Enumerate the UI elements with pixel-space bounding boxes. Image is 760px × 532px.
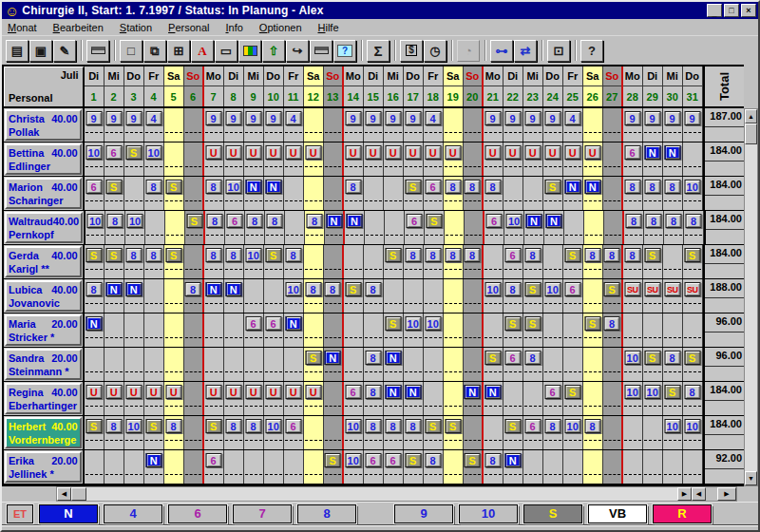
schedule-cell[interactable]: 8	[644, 211, 664, 244]
shift-box[interactable]: 6	[285, 419, 301, 433]
shift-box[interactable]: 8	[165, 419, 181, 433]
shift-box[interactable]: 4	[564, 111, 580, 125]
schedule-cell[interactable]	[583, 382, 603, 415]
shift-box[interactable]: 8	[445, 248, 461, 262]
schedule-cell[interactable]: U	[543, 142, 563, 176]
schedule-cell[interactable]	[583, 108, 603, 142]
shift-box[interactable]: U	[245, 145, 261, 160]
shift-box[interactable]: 6	[624, 145, 640, 160]
schedule-cell[interactable]	[663, 245, 683, 278]
shift-box[interactable]: S	[684, 248, 700, 262]
shift-box[interactable]: N	[205, 282, 221, 296]
new-plan-button[interactable]: □	[120, 40, 142, 62]
schedule-cell[interactable]: 10	[144, 142, 164, 176]
schedule-cell[interactable]: 9	[344, 108, 364, 142]
shift-box[interactable]: U	[265, 385, 281, 399]
shift-box[interactable]: 10	[125, 419, 142, 433]
schedule-cell[interactable]	[164, 279, 184, 313]
schedule-cell[interactable]: U	[344, 142, 364, 176]
schedule-cell[interactable]	[144, 314, 164, 347]
shift-box[interactable]: 8	[524, 248, 541, 262]
schedule-cell[interactable]: U	[144, 382, 164, 415]
shift-box[interactable]: 8	[664, 351, 680, 365]
schedule-cell[interactable]: N	[563, 177, 583, 210]
shift-box[interactable]: N	[584, 180, 600, 194]
shift-box[interactable]: 8	[365, 385, 381, 399]
schedule-cell[interactable]: U	[384, 142, 404, 176]
schedule-cell[interactable]: S	[504, 314, 523, 347]
schedule-cell[interactable]	[385, 211, 405, 244]
schedule-cell[interactable]: 10	[543, 279, 563, 313]
schedule-cell[interactable]	[583, 348, 603, 381]
schedule-cell[interactable]: 9	[204, 108, 224, 142]
schedule-cell[interactable]	[643, 314, 663, 347]
schedule-cell[interactable]	[484, 416, 504, 449]
schedule-cell[interactable]: S	[104, 245, 124, 278]
schedule-cell[interactable]: 4	[563, 108, 583, 142]
schedule-cell[interactable]: 10	[86, 211, 105, 244]
shift-box[interactable]: N	[504, 453, 521, 467]
schedule-cell[interactable]: U	[224, 142, 244, 176]
schedule-cell[interactable]: 9	[244, 108, 264, 142]
schedule-cell[interactable]: S	[404, 177, 424, 210]
shift-box[interactable]: S	[305, 351, 321, 365]
schedule-cell[interactable]: 8	[683, 382, 703, 415]
shift-box[interactable]: 6	[265, 316, 281, 331]
shift-box[interactable]: 10	[684, 419, 700, 433]
shift-box[interactable]: 6	[205, 453, 221, 467]
shift-box[interactable]: U	[305, 145, 321, 160]
schedule-cell[interactable]	[144, 348, 164, 381]
legend-item-4[interactable]: 4	[104, 504, 162, 523]
shift-box[interactable]: 6	[486, 214, 503, 228]
schedule-cell[interactable]	[444, 279, 464, 313]
shift-box[interactable]: 8	[484, 180, 501, 194]
letter-a-button[interactable]: A	[191, 40, 214, 62]
shift-box[interactable]: 8	[624, 248, 640, 262]
shift-box[interactable]: S	[86, 419, 102, 433]
schedule-cell[interactable]	[144, 279, 164, 313]
schedule-cell[interactable]: S	[523, 279, 543, 313]
shift-box[interactable]: 8	[604, 316, 620, 331]
schedule-cell[interactable]	[304, 177, 324, 210]
schedule-cell[interactable]: N	[104, 279, 124, 313]
schedule-cell[interactable]: S	[85, 245, 104, 278]
schedule-cell[interactable]: U	[504, 142, 523, 176]
shift-box[interactable]: 8	[584, 248, 600, 262]
schedule-cell[interactable]	[165, 211, 185, 244]
shift-box[interactable]: 9	[245, 111, 261, 125]
schedule-cell[interactable]: U	[583, 142, 603, 176]
scroll-left-button[interactable]: ◀	[57, 487, 71, 501]
schedule-cell[interactable]: 8	[404, 245, 424, 278]
shift-box[interactable]: S	[186, 214, 202, 228]
schedule-cell[interactable]	[104, 314, 124, 347]
shift-box[interactable]: N	[347, 214, 363, 228]
shift-box[interactable]: SU	[624, 282, 640, 296]
schedule-cell[interactable]	[603, 382, 623, 415]
vscroll-thumb[interactable]	[745, 124, 757, 144]
shift-box[interactable]: S	[504, 419, 521, 433]
schedule-cell[interactable]: S	[683, 245, 703, 278]
shift-box[interactable]: N	[564, 180, 580, 194]
shift-box[interactable]: 6	[544, 385, 560, 399]
schedule-cell[interactable]	[244, 348, 264, 381]
shift-box[interactable]: 8	[686, 214, 702, 228]
stopwatch-button[interactable]: ◔	[457, 40, 480, 62]
schedule-cell[interactable]: N	[384, 382, 404, 415]
schedule-cell[interactable]	[643, 416, 663, 449]
shift-box[interactable]: 9	[484, 111, 501, 125]
shift-box[interactable]: 8	[125, 248, 142, 262]
schedule-cell[interactable]	[464, 279, 484, 313]
schedule-cell[interactable]	[304, 108, 324, 142]
schedule-cell[interactable]: U	[284, 382, 304, 415]
schedule-cell[interactable]: 8	[484, 450, 504, 484]
schedule-cell[interactable]	[384, 279, 404, 313]
schedule-cell[interactable]: N	[244, 177, 264, 210]
schedule-cell[interactable]	[184, 450, 204, 484]
personnel-label[interactable]: Christa40.00Pollak	[4, 108, 85, 142]
shift-box[interactable]: S	[465, 453, 481, 467]
schedule-cell[interactable]: 8	[424, 450, 444, 484]
shift-box[interactable]: N	[225, 282, 241, 296]
schedule-cell[interactable]: U	[444, 142, 464, 176]
schedule-cell[interactable]	[643, 450, 663, 484]
legend-item-10[interactable]: 10	[459, 504, 518, 523]
